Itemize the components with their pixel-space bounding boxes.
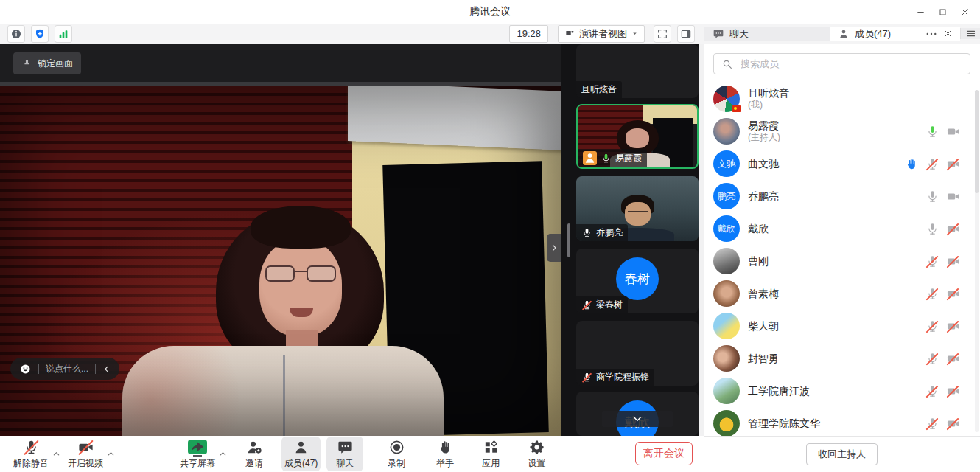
member-row[interactable]: 易露霞 (主持人): [713, 115, 970, 148]
host-badge-icon: [583, 151, 597, 165]
gear-icon: [528, 439, 545, 456]
side-panel-icon: [680, 28, 692, 40]
fullscreen-icon: [657, 28, 668, 40]
members-button[interactable]: 成员(47): [281, 437, 321, 471]
avatar: [713, 86, 740, 112]
network-status-button[interactable]: [55, 25, 72, 43]
avatar: 戴欣: [713, 215, 740, 242]
member-search-input[interactable]: [739, 58, 962, 70]
member-row[interactable]: 鹏亮 乔鹏亮: [713, 180, 970, 212]
control-bar: 解除静音 开启视频 共享屏幕 邀请 成员(47) 聊天 录制: [0, 436, 704, 472]
tencent-meeting-window: 腾讯会议 19:28 演讲者视图 聊天: [0, 0, 980, 472]
message-placeholder[interactable]: 说点什么...: [46, 363, 88, 375]
security-button[interactable]: [31, 25, 49, 43]
china-flag-badge: [732, 105, 741, 112]
camera-status-icon: [946, 157, 960, 171]
unmute-button[interactable]: 解除静音: [10, 437, 52, 471]
invite-button[interactable]: 邀请: [236, 437, 273, 471]
expand-strip-handle[interactable]: [547, 234, 561, 262]
chat-button[interactable]: 聊天: [326, 437, 363, 471]
video-thumbnail-4[interactable]: 春树 梁春树: [576, 249, 699, 313]
start-video-button[interactable]: 开启视频: [65, 437, 106, 471]
video-thumbnail-5[interactable]: 商学院程振锋: [576, 321, 699, 386]
members-panel: 且听炫音 (我) 易露霞 (主持人) 文驰 曲文驰 鹏亮 乔鹏亮 戴欣 戴欣: [704, 44, 980, 472]
side-panel-button[interactable]: [677, 25, 695, 43]
share-screen-button[interactable]: 共享屏幕: [177, 437, 218, 471]
share-screen-icon: [188, 440, 207, 454]
fullscreen-button[interactable]: [654, 25, 671, 43]
chevron-right-icon: [550, 243, 559, 252]
smiley-icon[interactable]: [19, 363, 32, 375]
tab-members[interactable]: 成员(47): [830, 27, 960, 41]
member-row[interactable]: 戴欣 戴欣: [713, 212, 970, 245]
member-row[interactable]: 管理学院陈文华: [713, 407, 970, 436]
camera-status-icon: [946, 384, 960, 398]
raise-hand-button[interactable]: 举手: [427, 437, 463, 471]
video-thumbnail-2[interactable]: 易露霞: [576, 104, 699, 169]
camera-status-icon: [946, 352, 960, 366]
speaker-stage: 锁定画面: [0, 44, 561, 436]
video-thumbnail-1[interactable]: 且听炫音: [576, 44, 699, 98]
thumbnail-label: 乔鹏亮: [576, 224, 628, 241]
avatar: 鹏亮: [713, 183, 740, 209]
record-button[interactable]: 录制: [378, 437, 415, 471]
minimize-icon: [916, 7, 925, 17]
apps-button[interactable]: 应用: [472, 437, 509, 471]
search-icon: [721, 58, 733, 70]
camera-status-icon: [946, 287, 960, 301]
more-options-icon[interactable]: [925, 27, 938, 41]
tab-chat[interactable]: 聊天: [704, 27, 830, 41]
collapse-bubble-icon[interactable]: [102, 365, 111, 373]
reclaim-host-button[interactable]: 收回主持人: [806, 443, 878, 465]
meeting-info-button[interactable]: [7, 25, 25, 43]
member-row[interactable]: 柴大朝: [713, 310, 970, 342]
member-row[interactable]: 封智勇: [713, 342, 970, 375]
member-row[interactable]: 工学院唐江波: [713, 375, 970, 407]
member-row[interactable]: 曹刚: [713, 245, 970, 277]
participant-name-label: 商学院程振锋: [596, 371, 649, 384]
view-mode-dropdown[interactable]: 演讲者视图: [558, 25, 645, 43]
pin-label: 锁定画面: [38, 58, 73, 70]
quick-message-bubble[interactable]: 说点什么...: [10, 358, 119, 380]
main-video-feed[interactable]: 说点什么...: [0, 86, 561, 436]
close-icon: [960, 7, 970, 17]
leave-meeting-button[interactable]: 离开会议: [635, 442, 693, 465]
avatar: [713, 118, 740, 145]
pin-view-button[interactable]: 锁定画面: [13, 52, 81, 74]
chevron-up-icon[interactable]: [107, 450, 115, 458]
member-name: 曹刚: [748, 254, 925, 268]
video-thumbnail-3[interactable]: 乔鹏亮: [576, 176, 699, 241]
mic-icon: [601, 153, 612, 164]
panel-menu-button[interactable]: [960, 28, 980, 39]
avatar: [713, 313, 740, 339]
mic-status-icon: [925, 222, 939, 236]
meeting-timer: 19:28: [509, 25, 548, 43]
apps-icon: [483, 439, 500, 456]
person-icon: [838, 28, 850, 40]
view-mode-label: 演讲者视图: [579, 27, 627, 41]
hamburger-icon: [965, 28, 976, 39]
chevron-up-icon[interactable]: [219, 450, 227, 458]
window-title: 腾讯会议: [469, 5, 511, 18]
member-row[interactable]: 曾素梅: [713, 277, 970, 310]
member-row[interactable]: 文驰 曲文驰: [713, 148, 970, 180]
strip-scrollbar[interactable]: [567, 223, 570, 257]
participant-name-label: 且听炫音: [581, 83, 617, 96]
title-bar: 腾讯会议: [0, 0, 980, 24]
member-row[interactable]: 且听炫音 (我): [713, 83, 970, 115]
participant-name-label: 易露霞: [615, 152, 642, 164]
minimize-button[interactable]: [909, 1, 931, 22]
avatar: [713, 280, 740, 307]
close-panel-icon[interactable]: [943, 29, 953, 38]
chevron-up-icon[interactable]: [52, 450, 60, 458]
collapse-strip-button[interactable]: [602, 411, 673, 427]
member-name: 封智勇: [748, 352, 925, 365]
camera-status-icon: [946, 190, 960, 204]
member-name: 易露霞: [748, 119, 925, 132]
member-list-scrollbar[interactable]: [975, 90, 979, 432]
mic-status-icon: [925, 157, 939, 171]
close-button[interactable]: [953, 1, 976, 22]
member-list: 且听炫音 (我) 易露霞 (主持人) 文驰 曲文驰 鹏亮 乔鹏亮 戴欣 戴欣: [713, 83, 970, 436]
settings-button[interactable]: 设置: [518, 437, 555, 471]
maximize-button[interactable]: [931, 1, 953, 22]
